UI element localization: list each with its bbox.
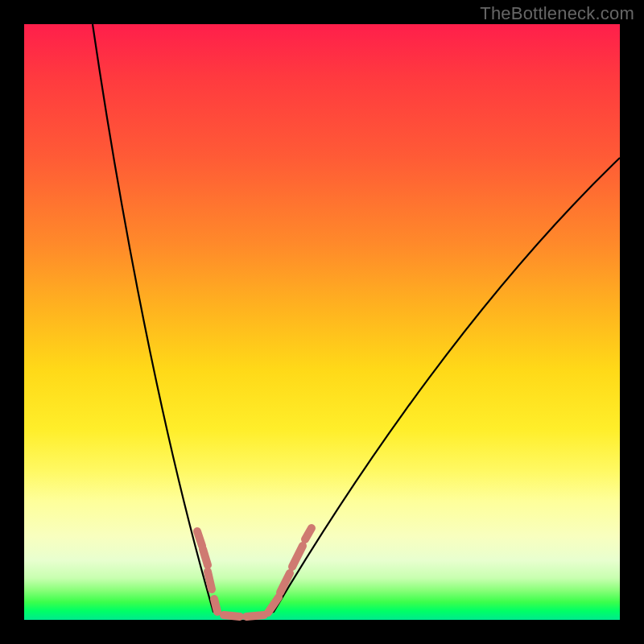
dash-seg [214, 599, 217, 612]
plot-area [24, 24, 620, 620]
watermark-text: TheBottleneck.com [480, 3, 634, 24]
bottleneck-curve [93, 24, 620, 617]
valley-dash-group [197, 528, 312, 617]
curve-layer [24, 24, 620, 620]
dash-seg [224, 615, 240, 617]
dash-seg [197, 531, 202, 546]
dash-seg [280, 573, 290, 592]
dash-seg [292, 546, 303, 567]
dash-seg [246, 615, 264, 617]
chart-frame: TheBottleneck.com [0, 0, 644, 644]
dash-seg [268, 597, 279, 613]
dash-seg [305, 528, 312, 539]
dash-seg [203, 549, 208, 565]
dash-seg [208, 572, 212, 589]
